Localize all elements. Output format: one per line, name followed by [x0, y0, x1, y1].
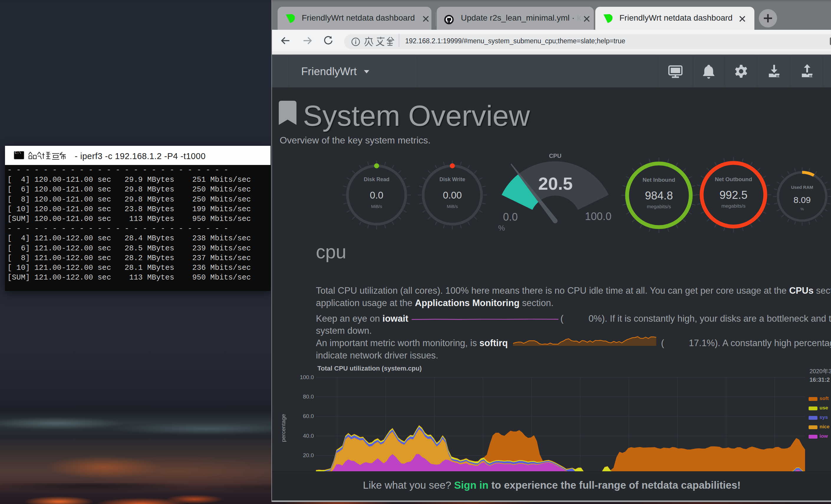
svg-text:Disk Write: Disk Write [439, 176, 465, 182]
svg-text:100.0: 100.0 [585, 210, 611, 223]
svg-text:0.0: 0.0 [370, 190, 383, 201]
svg-text:Used RAM: Used RAM [791, 185, 813, 190]
svg-text:Net Outbound: Net Outbound [715, 176, 752, 182]
svg-text:984.8: 984.8 [645, 189, 673, 202]
svg-text:20.5: 20.5 [538, 174, 573, 194]
svg-text:MiB/s: MiB/s [447, 204, 458, 209]
svg-text:0.0: 0.0 [503, 211, 518, 223]
svg-text:megabits/s: megabits/s [647, 204, 671, 209]
svg-text:8.09: 8.09 [794, 195, 811, 205]
svg-text:0.00: 0.00 [443, 190, 462, 201]
svg-text:992.5: 992.5 [719, 189, 747, 201]
svg-text:Net Inbound: Net Inbound [643, 177, 676, 183]
svg-text:megabits/s: megabits/s [721, 203, 746, 209]
svg-text:Disk Read: Disk Read [364, 176, 389, 182]
svg-text:MiB/s: MiB/s [371, 204, 382, 209]
svg-text:%: % [800, 207, 804, 211]
svg-text:%: % [498, 224, 505, 232]
